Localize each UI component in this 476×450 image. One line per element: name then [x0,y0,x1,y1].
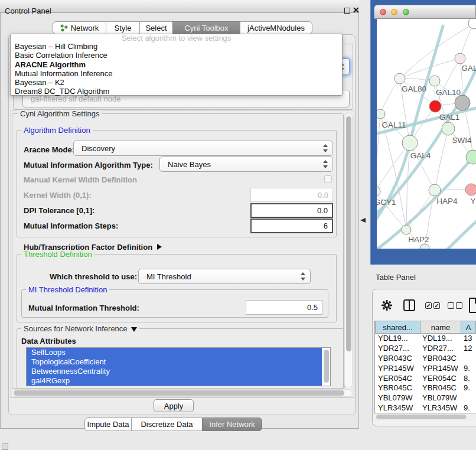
network-node-gal80[interactable] [395,73,405,84]
network-node-gal10[interactable] [429,76,440,86]
which-threshold-value: MI Threshold [146,272,191,281]
table-cell: 13 [462,334,476,344]
network-node-gal4[interactable] [402,135,418,151]
list-item[interactable]: gal4RGexp [27,376,322,386]
float-window-icon[interactable] [344,8,350,14]
network-edge[interactable] [377,114,380,191]
menu-item[interactable]: Basic Correlation Inference [11,51,342,60]
table-cell: 9. [462,403,476,413]
aracne-mode-label: Aracne Mode: [24,145,74,154]
table-row[interactable]: YER054CYER054C8. [375,374,476,384]
tab-select[interactable]: Select [139,21,173,34]
minimized-panel-icon[interactable] [2,444,8,450]
menu-item-selected[interactable]: ARACNE Algorithm [11,60,342,69]
menu-item[interactable]: Bayesian – K2 [11,78,342,87]
list-item[interactable]: SelfLoops [27,348,322,357]
minimize-traffic-light-icon[interactable] [391,9,397,15]
network-edge-thick[interactable] [446,220,476,249]
mi-type-combo[interactable]: Naive Bayes [159,156,333,172]
kernel-width-field[interactable]: 0.0 [250,188,333,202]
table-cell: 9. [462,383,476,393]
close-traffic-light-icon[interactable] [380,9,386,15]
mi-threshold-field[interactable]: 0.5 [246,300,322,315]
tab-cyni-toolbox[interactable]: Cyni Toolbox [172,21,240,34]
manual-kernel-checkbox[interactable] [324,175,332,183]
network-node-hap4[interactable] [429,184,441,196]
table-cell: YBL079W [420,393,462,403]
network-window-titlebar[interactable] [374,5,476,19]
data-attributes-label: Data Attributes [21,337,76,345]
popup-placeholder: Select algorithm to view settings [11,34,342,42]
list-item[interactable]: BetweennessCentrality [27,367,322,376]
zoom-traffic-light-icon[interactable] [403,9,409,15]
network-node-y[interactable] [465,184,476,195]
table-row[interactable]: YBR043CYBR043C [375,354,476,364]
unchecked-checkbox-icon[interactable] [448,302,454,309]
list-scrollbar-thumb[interactable] [324,350,329,383]
table-hscrollbar-thumb[interactable] [376,415,466,419]
file-icon[interactable] [469,298,476,313]
table-row[interactable]: YBL079WYBL079W [375,393,476,403]
tab-impute-data[interactable]: Impute Data [84,418,132,431]
checked-checkbox-icon[interactable]: ✓ [433,302,440,309]
column-header[interactable]: shared... [375,321,420,334]
network-node-swi4[interactable] [442,122,455,135]
stepper-arrows-icon [322,160,328,168]
network-node-gal11[interactable] [377,109,385,119]
menu-item[interactable]: Dream8 DC_TDC Algorithm [11,87,342,96]
mi-threshold-label: Mutual Information Threshold: [28,304,139,312]
stepper-arrows-icon [300,272,305,281]
gear-icon[interactable] [382,300,392,311]
menu-item[interactable]: Mutual Information Inference [11,69,342,78]
table-row[interactable]: YDL19...YDL19...13 [375,334,476,344]
menu-item[interactable]: Bayesian – Hill Climbing [11,42,342,51]
tab-jactivemnodules[interactable]: jActiveMNodules [240,21,312,34]
tab-discretize-data[interactable]: Discretize Data [131,418,203,431]
tab-jactivemnodules-label: jActiveMNodules [247,24,305,32]
column-header[interactable]: name [420,321,461,334]
network-node[interactable] [420,244,429,249]
mi-steps-field[interactable]: 6 [250,219,333,233]
horizontal-scrollbar-thumb[interactable] [14,390,344,396]
network-canvas[interactable]: GALGAL80GAL10GAL1GAL11SWI4GAL4HAP4YGCY1H… [377,19,476,249]
control-panel-titlebar[interactable] [0,0,359,13]
tab-style[interactable]: Style [106,21,140,34]
network-node-gcy1[interactable] [377,186,380,197]
data-attributes-list[interactable]: SelfLoops TopologicalCoefficient Between… [26,347,331,386]
table-row[interactable]: YDR27...YDR27...12 [375,344,476,354]
dpi-tolerance-field[interactable]: 0.0 [250,203,333,218]
column-header[interactable]: A [461,321,476,334]
table-cell: YPR145W [375,364,420,374]
table-row[interactable]: YPR145WYPR145W9. [375,364,476,374]
table-header-row: shared... name A [375,321,476,334]
table-cell: YER054C [420,374,462,384]
aracne-mode-combo[interactable]: Discovery [73,141,333,156]
network-svg[interactable]: GALGAL80GAL10GAL1GAL11SWI4GAL4HAP4YGCY1H… [377,19,476,249]
list-item[interactable]: TopologicalCoefficient [27,357,322,367]
network-node[interactable] [455,95,470,110]
tab-infer-network[interactable]: Infer Network [202,418,262,431]
which-threshold-label: Which threshold to use: [50,272,137,281]
sources-toggle[interactable]: Sources for Network Inference [21,324,139,333]
network-node-hap2[interactable] [402,225,411,234]
columns-icon[interactable] [403,299,415,311]
unchecked-checkbox-icon[interactable] [456,302,462,309]
network-node-gal[interactable] [455,53,465,64]
close-icon[interactable]: ✕ [353,5,360,15]
network-edge[interactable] [406,190,435,230]
network-node-gal1[interactable] [429,100,441,112]
apply-button[interactable]: Apply [154,399,194,412]
checked-checkbox-icon[interactable]: ✓ [425,302,432,309]
which-threshold-combo[interactable]: MI Threshold [138,269,311,284]
table-row[interactable]: YBR045CYBR045C9. [375,383,476,393]
dpi-tolerance-value: 0.0 [317,206,328,215]
table-cell: YLR345W [375,403,420,413]
network-edge[interactable] [410,143,435,190]
table-row[interactable]: YLR345WYLR345W9. [375,403,476,413]
network-edge[interactable] [380,79,400,114]
network-node[interactable] [468,19,476,29]
expanded-arrow-icon [131,327,137,332]
tab-network[interactable]: Network [53,21,106,34]
tab-cyni-toolbox-label: Cyni Toolbox [184,24,228,32]
vertical-scrollbar-thumb[interactable] [346,116,351,351]
